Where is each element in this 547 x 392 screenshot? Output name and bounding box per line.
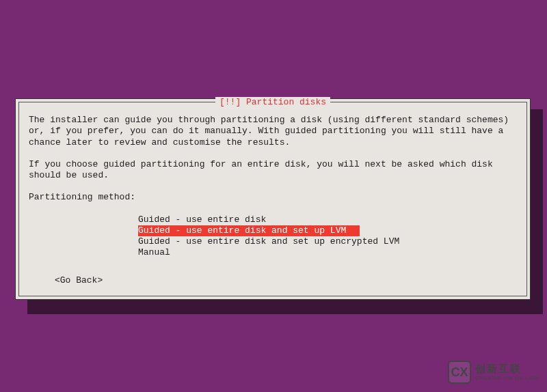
option-guided-lvm[interactable]: Guided - use entire disk and set up LVM (138, 225, 360, 236)
option-guided-encrypted-lvm[interactable]: Guided - use entire disk and set up encr… (138, 236, 517, 247)
watermark-text: 创新互联 CHUANG XIN HU LIAN (475, 363, 539, 382)
watermark-logo-icon: CX (448, 361, 471, 384)
partition-dialog: [!!] Partition disks The installer can g… (15, 98, 531, 300)
dialog-paragraph-1: The installer can guide you through part… (29, 115, 517, 148)
dialog-inner: [!!] Partition disks The installer can g… (18, 102, 527, 296)
go-back-button[interactable]: <Go Back> (55, 275, 103, 286)
dialog-paragraph-2: If you choose guided partitioning for an… (29, 159, 517, 182)
partition-method-label: Partitioning method: (29, 192, 517, 203)
watermark-cn: 创新互联 (475, 363, 539, 375)
option-manual[interactable]: Manual (138, 247, 517, 258)
partition-options: Guided - use entire disk Guided - use en… (138, 214, 517, 259)
option-guided-entire-disk[interactable]: Guided - use entire disk (138, 214, 517, 225)
dialog-title: [!!] Partition disks (215, 97, 330, 108)
watermark: CX 创新互联 CHUANG XIN HU LIAN (448, 361, 539, 384)
watermark-en: CHUANG XIN HU LIAN (475, 375, 539, 382)
